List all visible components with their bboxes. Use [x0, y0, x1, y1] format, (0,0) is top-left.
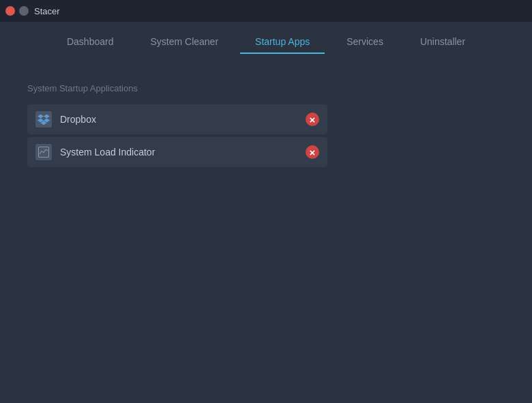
- app-item-left-dropbox: Dropbox: [35, 111, 96, 128]
- nav-item-system-cleaner[interactable]: System Cleaner: [135, 31, 233, 54]
- nav-item-dashboard[interactable]: Dashboard: [52, 31, 129, 54]
- dropbox-app-icon: [35, 111, 52, 128]
- nav-bar: Dashboard System Cleaner Startup Apps Se…: [0, 22, 532, 63]
- app-item-system-load[interactable]: System Load Indicator: [27, 137, 327, 167]
- main-content: System Startup Applications Dropbox: [0, 63, 532, 188]
- app-list: Dropbox System Load Indicator: [27, 104, 327, 167]
- title-bar: Stacer: [0, 0, 532, 22]
- minimize-button[interactable]: [19, 6, 29, 16]
- dropbox-remove-button[interactable]: [306, 113, 319, 126]
- window-controls: [5, 6, 29, 16]
- system-load-app-name: System Load Indicator: [60, 147, 155, 158]
- app-item-left-system-load: System Load Indicator: [35, 144, 155, 160]
- nav-item-services[interactable]: Services: [331, 31, 398, 54]
- nav-item-uninstaller[interactable]: Uninstaller: [405, 31, 480, 54]
- section-title: System Startup Applications: [27, 83, 505, 93]
- app-item-dropbox[interactable]: Dropbox: [27, 104, 327, 134]
- system-load-app-icon: [35, 144, 52, 160]
- nav-item-startup-apps[interactable]: Startup Apps: [240, 31, 325, 54]
- dropbox-app-name: Dropbox: [60, 114, 96, 125]
- window-title: Stacer: [34, 6, 60, 16]
- system-load-remove-button[interactable]: [306, 145, 319, 159]
- close-button[interactable]: [5, 6, 15, 16]
